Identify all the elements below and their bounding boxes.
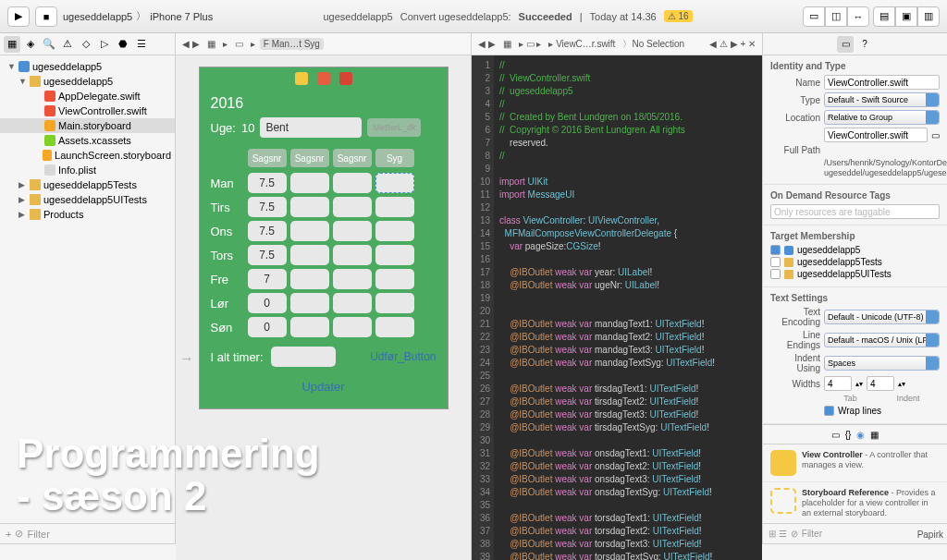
editor-version-button[interactable]: ↔ — [847, 6, 869, 27]
editor-standard-button[interactable]: ▭ — [803, 6, 825, 27]
hours-field[interactable] — [290, 317, 329, 337]
lineending-select[interactable]: Default - macOS / Unix (LF) — [824, 333, 940, 347]
toggle-inspector-button[interactable]: ▥ — [917, 6, 940, 27]
target-checkbox-row[interactable]: ugeseddelapp5Tests — [770, 257, 940, 267]
library-item[interactable]: View Controller - A controller that mana… — [763, 444, 947, 482]
hours-field[interactable] — [333, 245, 372, 265]
hours-field[interactable] — [333, 293, 372, 313]
name-field[interactable]: Bent — [260, 117, 362, 138]
hours-field[interactable]: 0 — [248, 293, 287, 313]
tree-item[interactable]: ▶ugeseddelapp5UITests — [0, 192, 175, 207]
issue-navigator-tab[interactable]: ⚠ — [59, 36, 76, 53]
debug-navigator-tab[interactable]: ▷ — [96, 36, 113, 53]
vc-icon-1[interactable] — [295, 72, 308, 85]
type-select[interactable]: Default - Swift Source — [824, 92, 940, 107]
tree-item[interactable]: LaunchScreen.storyboard — [0, 148, 175, 163]
hours-field[interactable]: 7.5 — [248, 221, 287, 241]
project-navigator-tab[interactable]: ▦ — [4, 36, 20, 53]
storyboard-view-controller[interactable]: 2016 Uge: 10 Bent MeBerL_dk SagsnrSagsnr… — [199, 67, 449, 409]
indent-select[interactable]: Spaces — [824, 356, 940, 371]
library-item[interactable]: Storyboard Reference - Provides a placeh… — [763, 482, 947, 523]
udfor-button[interactable]: Udfør_Button — [370, 350, 436, 363]
hours-field[interactable]: 7 — [248, 269, 287, 289]
tree-project-root[interactable]: ▼ ugeseddelapp5 — [0, 59, 175, 74]
vc-icon-2[interactable] — [317, 72, 330, 85]
indent-width-field[interactable]: 4 — [867, 376, 894, 391]
breakpoint-navigator-tab[interactable]: ⬣ — [115, 36, 131, 53]
hours-field[interactable] — [290, 293, 329, 313]
ib-jump-bar[interactable]: ◀ ▶▦▸ ▭▸ F Man…t Syg — [176, 33, 471, 55]
year-label[interactable]: 2016 — [211, 95, 437, 112]
vc-icon-3[interactable] — [339, 72, 352, 85]
hours-field[interactable] — [333, 197, 372, 217]
mail-button[interactable]: MeBerL_dk — [367, 118, 421, 137]
tree-item[interactable]: Main.storyboard — [0, 118, 175, 133]
encoding-select[interactable]: Default - Unicode (UTF-8) — [824, 310, 940, 324]
syg-field[interactable] — [375, 221, 414, 241]
file-template-tab[interactable]: ▭ — [831, 430, 840, 440]
hours-field[interactable] — [290, 221, 329, 241]
syg-field[interactable] — [375, 317, 414, 337]
hours-field[interactable] — [333, 317, 372, 337]
target-checkbox-row[interactable]: ugeseddelapp5UITests — [770, 269, 940, 279]
total-field[interactable] — [271, 347, 336, 367]
uge-nr-label[interactable]: 10 — [241, 121, 254, 135]
media-library-tab[interactable]: ▦ — [870, 430, 879, 440]
test-navigator-tab[interactable]: ◇ — [78, 36, 94, 53]
day-label: Lør — [211, 297, 244, 310]
device-selector[interactable]: iPhone 7 Plus — [150, 11, 213, 22]
scheme-selector[interactable]: ugeseddelapp5 — [63, 11, 132, 22]
tree-item[interactable]: ViewController.swift — [0, 103, 175, 118]
file-inspector-tab[interactable]: ▭ — [837, 36, 854, 53]
syg-field[interactable] — [375, 173, 414, 193]
tree-item[interactable]: Info.plist — [0, 163, 175, 177]
navigator-filter[interactable]: + ⊘ Filter — [0, 523, 175, 543]
hours-field[interactable] — [333, 269, 372, 289]
hours-field[interactable] — [333, 221, 372, 241]
hours-field[interactable] — [290, 269, 329, 289]
folder-icon[interactable]: ▭ — [931, 130, 940, 140]
hours-field[interactable] — [290, 197, 329, 217]
object-library-tab[interactable]: ◉ — [856, 430, 865, 440]
code-editor[interactable]: 1234567891011121314151617181920212223242… — [472, 55, 762, 560]
tree-item[interactable]: ▼ugeseddelapp5 — [0, 74, 175, 89]
hours-field[interactable]: 7.5 — [248, 173, 287, 193]
wrap-lines-checkbox[interactable] — [824, 406, 834, 416]
hours-field[interactable] — [290, 173, 329, 193]
report-navigator-tab[interactable]: ☰ — [133, 36, 150, 53]
tree-item[interactable]: ▶ugeseddelapp5Tests — [0, 177, 175, 192]
code-snippet-tab[interactable]: {} — [845, 430, 852, 440]
column-header[interactable]: Sagsnr — [290, 149, 329, 167]
add-icon[interactable]: + — [6, 529, 11, 540]
editor-assistant-button[interactable]: ◫ — [825, 6, 847, 27]
hours-field[interactable]: 7.5 — [248, 245, 287, 265]
toggle-navigator-button[interactable]: ▤ — [873, 6, 895, 27]
toggle-debug-button[interactable]: ▣ — [895, 6, 917, 27]
stop-button[interactable]: ■ — [35, 6, 57, 27]
quick-help-tab[interactable]: ? — [856, 36, 873, 53]
syg-field[interactable] — [375, 197, 414, 217]
tree-item[interactable]: ▶Products — [0, 207, 175, 222]
find-navigator-tab[interactable]: 🔍 — [41, 36, 57, 53]
tree-item[interactable]: Assets.xcassets — [0, 133, 175, 148]
symbol-navigator-tab[interactable]: ◈ — [22, 36, 39, 53]
tree-item[interactable]: AppDelegate.swift — [0, 89, 175, 103]
code-jump-bar[interactable]: ◀ ▶▦ ▸ ▭ ▸ ▸ ViewC…r.swift 〉No Selection… — [472, 33, 762, 55]
hours-field[interactable]: 7.5 — [248, 197, 287, 217]
updater-button[interactable]: Updater — [211, 380, 437, 394]
hours-field[interactable] — [333, 173, 372, 193]
hours-field[interactable] — [290, 245, 329, 265]
hours-field[interactable]: 0 — [248, 317, 287, 337]
location-select[interactable]: Relative to Group — [824, 110, 940, 125]
syg-field[interactable] — [375, 293, 414, 313]
run-button[interactable]: ▶ — [7, 6, 30, 27]
syg-field[interactable] — [375, 269, 414, 289]
target-checkbox-row[interactable]: ugeseddelapp5 — [770, 245, 940, 255]
column-header[interactable]: Sagsnr — [248, 149, 287, 167]
syg-field[interactable] — [375, 245, 414, 265]
column-header[interactable]: Sagsnr — [333, 149, 372, 167]
name-field[interactable]: ViewController.swift — [824, 75, 940, 90]
column-header[interactable]: Syg — [375, 149, 414, 167]
warning-badge[interactable]: ⚠ 16 — [664, 10, 693, 22]
tab-width-field[interactable]: 4 — [824, 376, 852, 391]
